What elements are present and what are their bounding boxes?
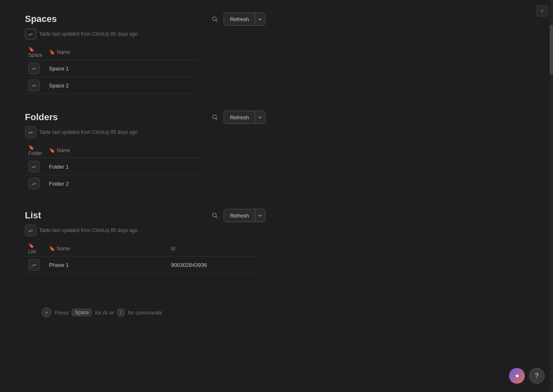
list-refresh-dropdown[interactable] [255, 209, 265, 222]
list-refresh-group: Refresh [224, 209, 266, 222]
list-col-list: 🔖List [25, 241, 46, 256]
bookmark-icon: 🔖 [49, 246, 55, 252]
spaces-refresh-dropdown[interactable] [255, 13, 265, 25]
bookmark-icon: 🔖 [28, 243, 34, 249]
folders-row1-name: Folder 1 [46, 158, 199, 175]
bookmark-icon: 🔖 [49, 49, 55, 55]
sparkle-button[interactable]: ✦ [509, 368, 525, 384]
list-title: List [25, 210, 41, 221]
list-section: List Refresh [25, 209, 266, 273]
folders-update-info: Table last updated from ClickUp 85 days … [25, 126, 266, 138]
spaces-header-actions: Refresh [209, 12, 266, 26]
bottom-input-area: + Press Space for AI or / for commands [41, 307, 162, 317]
table-row: Folder 2 [25, 175, 199, 192]
search-icon [212, 213, 218, 218]
spaces-row1-name: Space 1 [46, 60, 199, 77]
sparkle-icon: ✦ [514, 372, 520, 380]
bookmark-icon: 🔖 [28, 46, 34, 52]
list-search-button[interactable] [209, 209, 221, 222]
folders-row1-icon-cell [25, 158, 46, 175]
list-row1-name: Phase 1 [46, 256, 168, 273]
list-update-info: Table last updated from ClickUp 85 days … [25, 225, 266, 236]
collapse-button[interactable]: « [536, 5, 548, 17]
folders-search-button[interactable] [209, 111, 221, 123]
svg-rect-2 [27, 30, 34, 38]
search-icon [212, 16, 218, 22]
folders-update-text: Table last updated from ClickUp 85 days … [39, 129, 138, 135]
spaces-title: Spaces [25, 14, 57, 24]
spaces-row2-icon-cell [25, 77, 46, 94]
chevron-down-icon [258, 115, 262, 119]
folders-section: Folders Refresh [25, 111, 266, 192]
spaces-col-space: 🔖Space [25, 45, 46, 60]
spaces-search-button[interactable] [209, 13, 221, 25]
folders-refresh-button[interactable]: Refresh [224, 111, 255, 123]
spaces-refresh-button[interactable]: Refresh [224, 13, 255, 25]
list-row1-icon-cell [25, 256, 46, 273]
question-mark-icon: ? [535, 372, 539, 380]
row-clickup-icon [28, 80, 40, 91]
spaces-row2-name: Space 2 [46, 77, 199, 94]
row-clickup-icon [28, 178, 40, 189]
list-col-name: 🔖Name [46, 241, 168, 256]
row-clickup-icon [28, 259, 40, 271]
scrollbar-track[interactable] [550, 0, 553, 392]
bookmark-icon: 🔖 [49, 148, 55, 153]
folders-title: Folders [25, 112, 58, 123]
scrollbar-thumb[interactable] [550, 25, 553, 75]
spaces-col-name: 🔖Name [46, 45, 199, 60]
svg-line-1 [216, 20, 218, 22]
folders-table: 🔖Folder 🔖Name [25, 143, 199, 192]
for-ai-label: for AI or [95, 310, 114, 316]
spaces-refresh-group: Refresh [224, 12, 266, 26]
folders-header-actions: Refresh [209, 111, 266, 124]
add-block-button[interactable]: + [41, 307, 51, 317]
help-button[interactable]: ? [529, 368, 545, 384]
spaces-row1-icon-cell [25, 60, 46, 77]
row-clickup-icon [28, 161, 40, 172]
list-refresh-button[interactable]: Refresh [224, 209, 255, 222]
row-clickup-icon [28, 63, 40, 74]
for-commands-label: for commands [128, 310, 162, 316]
list-update-text: Table last updated from ClickUp 85 days … [39, 227, 138, 233]
folders-col-folder: 🔖Folder [25, 143, 46, 158]
clickup-logo-icon [25, 225, 37, 236]
space-key: Space [72, 309, 92, 316]
table-row: Space 1 [25, 60, 199, 77]
table-row: Space 2 [25, 77, 199, 94]
spaces-update-info: Table last updated from ClickUp 85 days … [25, 28, 266, 40]
folders-row2-icon-cell [25, 175, 46, 192]
list-col-id: Id [168, 241, 257, 256]
folders-row2-name: Folder 2 [46, 175, 199, 192]
spaces-update-text: Table last updated from ClickUp 85 days … [39, 31, 138, 37]
clickup-logo-icon [25, 126, 37, 138]
bookmark-icon: 🔖 [28, 145, 34, 150]
folders-header: Folders Refresh [25, 111, 266, 124]
spaces-header: Spaces Refresh [25, 12, 266, 26]
chevron-left-icon: « [541, 8, 544, 14]
folders-refresh-dropdown[interactable] [255, 111, 265, 123]
folders-col-name: 🔖Name [46, 143, 199, 158]
list-table: 🔖List 🔖Name Id [25, 241, 257, 273]
press-label: Press [55, 310, 68, 316]
table-row: Phase 1 900302843936 [25, 256, 257, 273]
chevron-down-icon [258, 17, 262, 21]
list-header-actions: Refresh [209, 209, 266, 222]
list-row1-id: 900302843936 [168, 256, 257, 273]
spaces-section: Spaces Refresh [25, 12, 266, 94]
table-row: Folder 1 [25, 158, 199, 175]
slash-key: / [117, 309, 124, 316]
svg-line-4 [216, 119, 218, 120]
list-header: List Refresh [25, 209, 266, 222]
folders-refresh-group: Refresh [224, 111, 266, 124]
chevron-down-icon [258, 213, 262, 218]
bottom-right-buttons: ✦ ? [509, 368, 545, 384]
spaces-table: 🔖Space 🔖Name [25, 45, 199, 94]
svg-line-6 [216, 217, 218, 218]
clickup-logo-icon [25, 28, 37, 40]
search-icon [212, 114, 218, 120]
